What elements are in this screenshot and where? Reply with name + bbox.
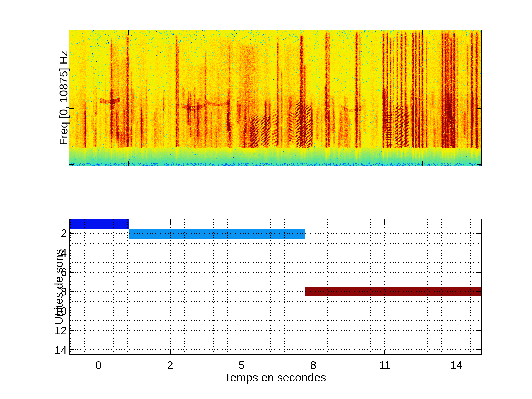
x-tick-label: 11 bbox=[379, 360, 391, 371]
y-tick-label: 4 bbox=[39, 247, 67, 259]
grid-line-horizontal bbox=[70, 272, 481, 273]
axis-tick bbox=[70, 253, 75, 253]
x-tick-label: 0 bbox=[95, 360, 101, 371]
grid-line-vertical bbox=[199, 219, 199, 355]
axis-tick bbox=[187, 161, 188, 165]
axis-tick bbox=[313, 219, 313, 224]
grid-line-vertical bbox=[384, 219, 385, 355]
axis-tick bbox=[70, 164, 74, 165]
axis-tick bbox=[422, 161, 423, 165]
grid-line-horizontal bbox=[70, 321, 481, 321]
grid-line-vertical bbox=[184, 219, 185, 355]
spectrogram-plot bbox=[69, 30, 482, 166]
axis-tick bbox=[187, 31, 188, 35]
grid-line-horizontal bbox=[70, 282, 481, 282]
axis-tick bbox=[70, 108, 74, 109]
grid-line-horizontal bbox=[70, 234, 481, 234]
axis-tick bbox=[170, 350, 171, 355]
spectrogram-image bbox=[70, 31, 481, 165]
axis-tick bbox=[70, 330, 75, 331]
axis-tick bbox=[477, 164, 481, 165]
y-tick-label: 2 bbox=[39, 228, 67, 239]
grid-line-horizontal bbox=[70, 243, 481, 244]
grid-line-horizontal bbox=[70, 291, 481, 292]
grid-line-vertical bbox=[270, 219, 271, 355]
axis-tick bbox=[305, 31, 305, 35]
axis-tick bbox=[456, 219, 456, 224]
grid-line-vertical bbox=[413, 219, 413, 355]
grid-line-vertical bbox=[142, 219, 142, 355]
grid-line-vertical bbox=[299, 219, 299, 355]
y-tick-label: 14 bbox=[39, 345, 67, 356]
timeline-plot bbox=[69, 219, 481, 355]
axis-tick bbox=[128, 31, 129, 35]
axis-tick bbox=[364, 31, 364, 35]
axis-tick bbox=[99, 350, 99, 355]
grid-line-horizontal bbox=[70, 340, 481, 341]
figure-window: { "figure": { "background": "#ffffff" },… bbox=[0, 0, 532, 399]
grid-line-vertical bbox=[342, 219, 342, 355]
grid-line-horizontal bbox=[70, 330, 481, 331]
axis-tick bbox=[70, 234, 75, 234]
grid-line-horizontal bbox=[70, 224, 481, 224]
axis-tick bbox=[99, 219, 99, 224]
axis-tick bbox=[476, 349, 481, 350]
axis-tick bbox=[305, 161, 305, 165]
x-tick-label: 5 bbox=[239, 360, 245, 371]
axis-tick bbox=[242, 219, 242, 224]
grid-line-vertical bbox=[156, 219, 157, 355]
grid-line-horizontal bbox=[70, 262, 481, 263]
axis-tick bbox=[313, 350, 313, 355]
grid-line-horizontal bbox=[70, 349, 481, 350]
axis-tick bbox=[476, 311, 481, 311]
axis-tick bbox=[70, 137, 74, 137]
axis-tick bbox=[70, 272, 75, 273]
axis-tick bbox=[246, 161, 247, 165]
axis-tick bbox=[477, 137, 481, 137]
axis-tick bbox=[170, 219, 171, 224]
grid-line-vertical bbox=[313, 219, 313, 355]
axis-tick bbox=[477, 53, 481, 53]
axis-tick bbox=[70, 291, 75, 292]
grid-line-vertical bbox=[113, 219, 114, 355]
axis-tick bbox=[384, 350, 385, 355]
grid-line-vertical bbox=[285, 219, 285, 355]
axis-tick bbox=[128, 161, 129, 165]
x-tick-label: 14 bbox=[450, 360, 463, 371]
grid-line-vertical bbox=[470, 219, 471, 355]
grid-line-vertical bbox=[99, 219, 99, 355]
grid-line-vertical bbox=[84, 219, 85, 355]
timeline-xlabel: Temps en secondes bbox=[224, 372, 326, 383]
grid-line-horizontal bbox=[70, 311, 481, 311]
axis-tick bbox=[364, 161, 364, 165]
spectrogram-ylabel: Freq [0, 10875] Hz bbox=[58, 51, 69, 145]
x-tick-label: 8 bbox=[310, 360, 316, 371]
axis-tick bbox=[70, 311, 75, 311]
grid-line-vertical bbox=[427, 219, 428, 355]
grid-line-vertical bbox=[399, 219, 399, 355]
axis-tick bbox=[246, 31, 247, 35]
grid-line-vertical bbox=[127, 219, 128, 355]
axis-tick bbox=[70, 53, 74, 53]
y-tick-label: 10 bbox=[39, 306, 67, 317]
grid-line-vertical bbox=[356, 219, 356, 355]
axis-tick bbox=[242, 350, 242, 355]
y-tick-label: 12 bbox=[39, 325, 67, 336]
axis-tick bbox=[70, 349, 75, 350]
grid-line-vertical bbox=[456, 219, 456, 355]
grid-line-vertical bbox=[370, 219, 371, 355]
grid-line-vertical bbox=[213, 219, 214, 355]
axis-tick bbox=[422, 31, 423, 35]
axis-tick bbox=[476, 291, 481, 292]
grid-line-vertical bbox=[227, 219, 228, 355]
grid-line-vertical bbox=[256, 219, 256, 355]
axis-tick bbox=[476, 253, 481, 253]
grid-line-horizontal bbox=[70, 301, 481, 302]
grid-line-vertical bbox=[170, 219, 171, 355]
axis-tick bbox=[476, 272, 481, 273]
grid-line-vertical bbox=[242, 219, 242, 355]
axis-tick bbox=[477, 81, 481, 81]
grid-line-vertical bbox=[70, 219, 71, 355]
grid-line-vertical bbox=[442, 219, 442, 355]
axis-tick bbox=[456, 350, 456, 355]
